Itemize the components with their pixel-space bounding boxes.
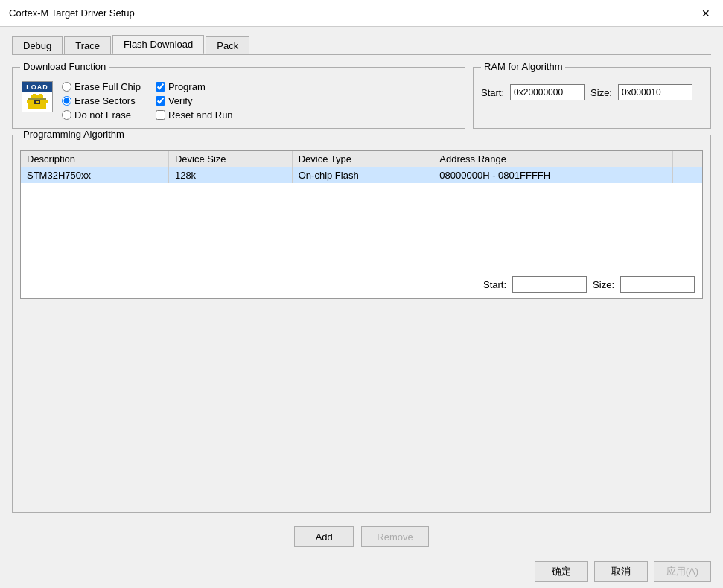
prog-bottom: Start: Size: bbox=[21, 270, 702, 298]
ram-algorithm-legend: RAM for Algorithm bbox=[481, 61, 565, 72]
do-not-erase-radio[interactable] bbox=[62, 110, 71, 120]
tab-trace[interactable]: Trace bbox=[64, 36, 111, 54]
prog-table-body: STM32H750xx 128k On-chip Flash 08000000H… bbox=[21, 167, 702, 184]
prog-table-header: Description Device Size Device Type Addr… bbox=[21, 151, 702, 167]
ram-inner: Start: Size: bbox=[481, 84, 703, 100]
cancel-button[interactable]: 取消 bbox=[594, 561, 648, 582]
verify-option[interactable]: Verify bbox=[156, 95, 233, 106]
erase-full-chip-option[interactable]: Erase Full Chip bbox=[62, 81, 141, 92]
svg-rect-8 bbox=[28, 98, 46, 100]
apply-button[interactable]: 应用(A) bbox=[654, 561, 711, 582]
svg-rect-3 bbox=[46, 100, 48, 103]
verify-label: Verify bbox=[168, 95, 193, 106]
window-title: Cortex-M Target Driver Setup bbox=[9, 7, 135, 19]
cell-address-range: 08000000H - 0801FFFFH bbox=[433, 167, 672, 184]
size-label: Size: bbox=[590, 87, 612, 98]
col-extra bbox=[672, 151, 702, 167]
tab-bar: Debug Trace Flash Download Pack bbox=[12, 34, 711, 55]
svg-rect-2 bbox=[27, 100, 28, 103]
erase-full-chip-radio[interactable] bbox=[62, 82, 71, 92]
erase-full-chip-label: Erase Full Chip bbox=[74, 81, 141, 92]
cell-device-type: On-chip Flash bbox=[292, 167, 433, 184]
load-icon: LOAD bbox=[22, 81, 53, 112]
start-input[interactable] bbox=[510, 84, 585, 100]
prog-table: Description Device Size Device Type Addr… bbox=[21, 151, 702, 183]
verify-checkbox[interactable] bbox=[156, 96, 165, 106]
cell-description: STM32H750xx bbox=[21, 167, 168, 184]
do-not-erase-label: Do not Erase bbox=[74, 109, 131, 121]
close-button[interactable]: ✕ bbox=[698, 5, 714, 22]
programming-algorithm-legend: Programming Algorithm bbox=[20, 129, 127, 140]
tab-pack[interactable]: Pack bbox=[206, 36, 249, 54]
start-label: Start: bbox=[481, 87, 504, 98]
cell-device-size: 128k bbox=[168, 167, 292, 184]
program-checkbox[interactable] bbox=[156, 82, 165, 92]
col-device-size: Device Size bbox=[168, 151, 292, 167]
col-device-type: Device Type bbox=[292, 151, 433, 167]
erase-options: Erase Full Chip Erase Sectors Do not Era… bbox=[62, 81, 141, 121]
ok-button[interactable]: 确定 bbox=[535, 561, 588, 582]
prog-start-input[interactable] bbox=[512, 276, 587, 293]
do-not-erase-option[interactable]: Do not Erase bbox=[62, 109, 141, 121]
programming-algorithm-group: Programming Algorithm Description Device… bbox=[12, 135, 711, 513]
reset-run-option[interactable]: Reset and Run bbox=[156, 109, 233, 121]
cell-extra bbox=[672, 167, 702, 184]
title-bar: Cortex-M Target Driver Setup ✕ bbox=[0, 0, 723, 27]
load-icon-text: LOAD bbox=[22, 82, 52, 92]
col-address-range: Address Range bbox=[433, 151, 672, 167]
erase-sectors-option[interactable]: Erase Sectors bbox=[62, 95, 141, 106]
table-row[interactable]: STM32H750xx 128k On-chip Flash 08000000H… bbox=[21, 167, 702, 184]
erase-sectors-label: Erase Sectors bbox=[74, 95, 136, 106]
download-function-inner: LOAD bbox=[20, 80, 457, 121]
download-function-legend: Download Function bbox=[20, 61, 109, 72]
load-icon-container: LOAD bbox=[20, 80, 54, 114]
erase-sectors-radio[interactable] bbox=[62, 96, 71, 106]
add-remove-buttons: Add Remove bbox=[12, 526, 711, 547]
col-description: Description bbox=[21, 151, 168, 167]
download-function-group: Download Function LOAD bbox=[12, 67, 465, 129]
svg-rect-7 bbox=[36, 101, 39, 103]
svg-rect-5 bbox=[39, 94, 42, 97]
add-button[interactable]: Add bbox=[294, 526, 354, 547]
table-area: Description Device Size Device Type Addr… bbox=[21, 151, 702, 270]
load-icon-bottom bbox=[22, 92, 52, 112]
top-panels: Download Function LOAD bbox=[12, 67, 711, 129]
tab-flash-download[interactable]: Flash Download bbox=[112, 35, 204, 54]
gear-icon bbox=[25, 92, 49, 112]
action-options: Program Verify Reset and Run bbox=[156, 81, 233, 121]
tab-debug[interactable]: Debug bbox=[12, 36, 63, 54]
program-label: Program bbox=[168, 81, 206, 92]
prog-size-label: Size: bbox=[593, 279, 614, 290]
ram-algorithm-group: RAM for Algorithm Start: Size: bbox=[473, 67, 711, 129]
reset-run-checkbox[interactable] bbox=[156, 110, 165, 120]
prog-start-label: Start: bbox=[483, 279, 506, 290]
size-input[interactable] bbox=[618, 84, 692, 100]
svg-rect-4 bbox=[33, 94, 36, 97]
program-option[interactable]: Program bbox=[156, 81, 233, 92]
remove-button[interactable]: Remove bbox=[361, 526, 428, 547]
prog-size-input[interactable] bbox=[620, 276, 695, 293]
options-row: Erase Full Chip Erase Sectors Do not Era… bbox=[62, 81, 233, 121]
footer: 确定 取消 应用(A) bbox=[0, 555, 723, 588]
prog-table-wrapper: Description Device Size Device Type Addr… bbox=[20, 150, 703, 299]
reset-run-label: Reset and Run bbox=[168, 109, 233, 121]
main-content: Debug Trace Flash Download Pack Download… bbox=[0, 27, 723, 555]
